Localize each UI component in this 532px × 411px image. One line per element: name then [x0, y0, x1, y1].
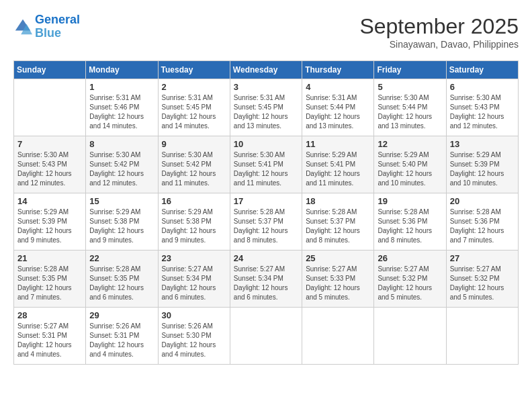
calendar-cell: 16Sunrise: 5:29 AM Sunset: 5:38 PM Dayli…	[158, 193, 230, 250]
calendar-cell	[446, 308, 518, 365]
day-number: 30	[162, 310, 226, 320]
day-number: 21	[17, 253, 82, 263]
weekday-header-sunday: Sunday	[14, 61, 86, 79]
calendar-cell: 18Sunrise: 5:28 AM Sunset: 5:37 PM Dayli…	[302, 193, 374, 250]
day-number: 5	[378, 82, 442, 92]
day-number: 20	[450, 196, 515, 206]
cell-info: Sunrise: 5:28 AM Sunset: 5:37 PM Dayligh…	[306, 208, 370, 245]
cell-info: Sunrise: 5:29 AM Sunset: 5:38 PM Dayligh…	[89, 208, 154, 245]
cell-info: Sunrise: 5:31 AM Sunset: 5:44 PM Dayligh…	[306, 93, 370, 131]
day-number: 25	[306, 253, 370, 263]
day-number: 12	[378, 139, 442, 149]
calendar-cell: 27Sunrise: 5:27 AM Sunset: 5:32 PM Dayli…	[446, 250, 518, 308]
weekday-header-thursday: Thursday	[302, 61, 374, 79]
calendar-cell: 21Sunrise: 5:28 AM Sunset: 5:35 PM Dayli…	[14, 250, 86, 308]
weekday-header-monday: Monday	[86, 61, 158, 79]
day-number: 27	[450, 253, 515, 263]
calendar-cell: 13Sunrise: 5:29 AM Sunset: 5:39 PM Dayli…	[446, 136, 518, 193]
calendar-cell: 5Sunrise: 5:30 AM Sunset: 5:44 PM Daylig…	[374, 79, 446, 136]
cell-info: Sunrise: 5:31 AM Sunset: 5:45 PM Dayligh…	[162, 93, 226, 131]
day-number: 2	[162, 82, 226, 92]
calendar-cell: 12Sunrise: 5:29 AM Sunset: 5:40 PM Dayli…	[374, 136, 446, 193]
cell-info: Sunrise: 5:30 AM Sunset: 5:43 PM Dayligh…	[450, 93, 515, 131]
calendar-cell: 28Sunrise: 5:27 AM Sunset: 5:31 PM Dayli…	[14, 308, 86, 365]
calendar-week-row: 7Sunrise: 5:30 AM Sunset: 5:43 PM Daylig…	[14, 136, 519, 193]
month-title: September 2025	[359, 13, 519, 39]
cell-info: Sunrise: 5:30 AM Sunset: 5:42 PM Dayligh…	[89, 150, 154, 188]
day-number: 18	[306, 196, 370, 206]
subtitle: Sinayawan, Davao, Philippines	[359, 39, 519, 50]
cell-info: Sunrise: 5:26 AM Sunset: 5:30 PM Dayligh…	[162, 322, 226, 359]
cell-info: Sunrise: 5:29 AM Sunset: 5:39 PM Dayligh…	[17, 208, 82, 245]
day-number: 24	[234, 253, 298, 263]
calendar-cell: 29Sunrise: 5:26 AM Sunset: 5:31 PM Dayli…	[86, 308, 158, 365]
cell-info: Sunrise: 5:27 AM Sunset: 5:33 PM Dayligh…	[306, 265, 370, 302]
day-number: 4	[306, 82, 370, 92]
day-number: 1	[89, 82, 154, 92]
cell-info: Sunrise: 5:29 AM Sunset: 5:39 PM Dayligh…	[450, 150, 515, 188]
calendar-cell: 10Sunrise: 5:30 AM Sunset: 5:41 PM Dayli…	[230, 136, 302, 193]
calendar-cell: 15Sunrise: 5:29 AM Sunset: 5:38 PM Dayli…	[86, 193, 158, 250]
day-number: 9	[162, 139, 226, 149]
calendar-cell: 22Sunrise: 5:28 AM Sunset: 5:35 PM Dayli…	[86, 250, 158, 308]
day-number: 17	[234, 196, 298, 206]
cell-info: Sunrise: 5:29 AM Sunset: 5:40 PM Dayligh…	[378, 150, 442, 188]
cell-info: Sunrise: 5:27 AM Sunset: 5:31 PM Dayligh…	[17, 322, 82, 359]
cell-info: Sunrise: 5:30 AM Sunset: 5:41 PM Dayligh…	[234, 150, 298, 188]
cell-info: Sunrise: 5:31 AM Sunset: 5:46 PM Dayligh…	[89, 93, 154, 131]
calendar-cell: 4Sunrise: 5:31 AM Sunset: 5:44 PM Daylig…	[302, 79, 374, 136]
cell-info: Sunrise: 5:27 AM Sunset: 5:34 PM Dayligh…	[162, 265, 226, 302]
logo-text: General Blue	[35, 13, 80, 40]
cell-info: Sunrise: 5:28 AM Sunset: 5:37 PM Dayligh…	[234, 208, 298, 245]
calendar-week-row: 1Sunrise: 5:31 AM Sunset: 5:46 PM Daylig…	[14, 79, 519, 136]
weekday-header-friday: Friday	[374, 61, 446, 79]
logo-icon	[13, 17, 32, 36]
cell-info: Sunrise: 5:27 AM Sunset: 5:32 PM Dayligh…	[450, 265, 515, 302]
logo: General Blue	[13, 13, 80, 40]
cell-info: Sunrise: 5:28 AM Sunset: 5:36 PM Dayligh…	[378, 208, 442, 245]
day-number: 13	[450, 139, 515, 149]
day-number: 15	[89, 196, 154, 206]
cell-info: Sunrise: 5:29 AM Sunset: 5:38 PM Dayligh…	[162, 208, 226, 245]
day-number: 22	[89, 253, 154, 263]
day-number: 8	[89, 139, 154, 149]
cell-info: Sunrise: 5:30 AM Sunset: 5:44 PM Dayligh…	[378, 93, 442, 131]
calendar-cell	[230, 308, 302, 365]
calendar-cell	[374, 308, 446, 365]
calendar-cell: 23Sunrise: 5:27 AM Sunset: 5:34 PM Dayli…	[158, 250, 230, 308]
cell-info: Sunrise: 5:30 AM Sunset: 5:43 PM Dayligh…	[17, 150, 82, 188]
cell-info: Sunrise: 5:28 AM Sunset: 5:36 PM Dayligh…	[450, 208, 515, 245]
day-number: 14	[17, 196, 82, 206]
day-number: 6	[450, 82, 515, 92]
calendar-cell: 26Sunrise: 5:27 AM Sunset: 5:32 PM Dayli…	[374, 250, 446, 308]
weekday-header-wednesday: Wednesday	[230, 61, 302, 79]
weekday-header-saturday: Saturday	[446, 61, 518, 79]
calendar-cell: 3Sunrise: 5:31 AM Sunset: 5:45 PM Daylig…	[230, 79, 302, 136]
calendar-week-row: 28Sunrise: 5:27 AM Sunset: 5:31 PM Dayli…	[14, 308, 519, 365]
cell-info: Sunrise: 5:31 AM Sunset: 5:45 PM Dayligh…	[234, 93, 298, 131]
day-number: 16	[162, 196, 226, 206]
title-block: September 2025 Sinayawan, Davao, Philipp…	[359, 13, 519, 50]
cell-info: Sunrise: 5:29 AM Sunset: 5:41 PM Dayligh…	[306, 150, 370, 188]
calendar-cell: 6Sunrise: 5:30 AM Sunset: 5:43 PM Daylig…	[446, 79, 518, 136]
day-number: 19	[378, 196, 442, 206]
day-number: 7	[17, 139, 82, 149]
calendar-cell	[302, 308, 374, 365]
cell-info: Sunrise: 5:28 AM Sunset: 5:35 PM Dayligh…	[89, 265, 154, 302]
cell-info: Sunrise: 5:28 AM Sunset: 5:35 PM Dayligh…	[17, 265, 82, 302]
calendar-table: SundayMondayTuesdayWednesdayThursdayFrid…	[13, 60, 519, 365]
day-number: 10	[234, 139, 298, 149]
calendar-cell: 11Sunrise: 5:29 AM Sunset: 5:41 PM Dayli…	[302, 136, 374, 193]
calendar-week-row: 14Sunrise: 5:29 AM Sunset: 5:39 PM Dayli…	[14, 193, 519, 250]
calendar-cell: 14Sunrise: 5:29 AM Sunset: 5:39 PM Dayli…	[14, 193, 86, 250]
calendar-cell: 24Sunrise: 5:27 AM Sunset: 5:34 PM Dayli…	[230, 250, 302, 308]
day-number: 23	[162, 253, 226, 263]
cell-info: Sunrise: 5:26 AM Sunset: 5:31 PM Dayligh…	[89, 322, 154, 359]
calendar-cell: 20Sunrise: 5:28 AM Sunset: 5:36 PM Dayli…	[446, 193, 518, 250]
weekday-header-tuesday: Tuesday	[158, 61, 230, 79]
calendar-cell: 25Sunrise: 5:27 AM Sunset: 5:33 PM Dayli…	[302, 250, 374, 308]
day-number: 29	[89, 310, 154, 320]
calendar-week-row: 21Sunrise: 5:28 AM Sunset: 5:35 PM Dayli…	[14, 250, 519, 308]
day-number: 11	[306, 139, 370, 149]
calendar-cell: 9Sunrise: 5:30 AM Sunset: 5:42 PM Daylig…	[158, 136, 230, 193]
